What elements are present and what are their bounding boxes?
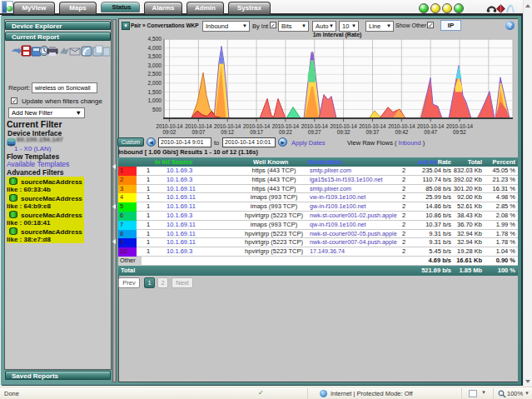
svg-text:500: 500 xyxy=(152,107,162,112)
svg-text:2010-10-14: 2010-10-14 xyxy=(301,123,329,129)
svg-text:09:02: 09:02 xyxy=(163,129,177,135)
svg-text:4,000: 4,000 xyxy=(147,45,162,51)
svg-text:4,500: 4,500 xyxy=(147,36,162,42)
svg-text:09:12: 09:12 xyxy=(221,129,234,135)
svg-text:3,500: 3,500 xyxy=(147,53,162,59)
svg-text:09:42: 09:42 xyxy=(395,129,408,135)
svg-text:2010-10-14: 2010-10-14 xyxy=(359,123,386,129)
svg-text:2010-10-14: 2010-10-14 xyxy=(156,123,183,129)
svg-text:2010-10-14: 2010-10-14 xyxy=(185,123,212,129)
svg-text:1,000: 1,000 xyxy=(147,97,162,103)
svg-text:09:07: 09:07 xyxy=(191,129,205,135)
svg-text:09:17: 09:17 xyxy=(250,129,263,135)
svg-text:2010-10-14: 2010-10-14 xyxy=(388,123,415,129)
svg-text:09:22: 09:22 xyxy=(279,129,292,135)
svg-text:1,500: 1,500 xyxy=(147,89,162,95)
svg-text:09:27: 09:27 xyxy=(308,129,321,135)
svg-text:3,000: 3,000 xyxy=(147,62,162,68)
svg-text:2010-10-14: 2010-10-14 xyxy=(243,123,271,129)
svg-text:09:32: 09:32 xyxy=(337,129,351,135)
svg-text:2010-10-14: 2010-10-14 xyxy=(272,123,300,129)
svg-text:2010-10-14: 2010-10-14 xyxy=(417,123,445,129)
svg-text:2,500: 2,500 xyxy=(147,71,162,77)
svg-text:09:52: 09:52 xyxy=(453,129,466,135)
svg-text:2,000: 2,000 xyxy=(147,80,162,86)
svg-text:2010-10-14: 2010-10-14 xyxy=(330,123,357,129)
svg-text:2010-10-14: 2010-10-14 xyxy=(214,123,241,129)
svg-text:2010-10-14: 2010-10-14 xyxy=(446,123,474,129)
svg-text:1m Interval (Rate): 1m Interval (Rate) xyxy=(313,32,362,38)
svg-text:09:47: 09:47 xyxy=(424,129,437,135)
svg-text:09:37: 09:37 xyxy=(366,129,380,135)
